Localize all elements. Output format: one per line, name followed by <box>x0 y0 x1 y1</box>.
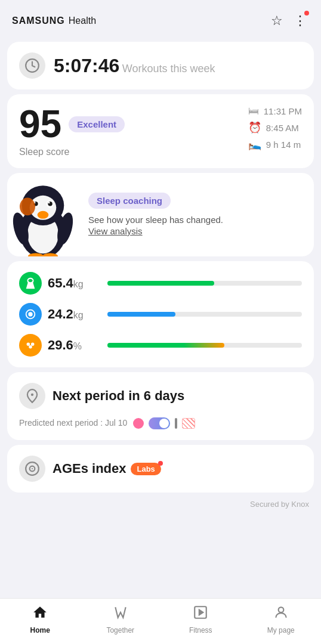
workout-icon <box>19 52 45 79</box>
period-title: Next period in 6 days <box>53 388 184 404</box>
workout-info: 5:07:46 Workouts this week <box>54 55 215 77</box>
weight-metric-row: 65.4kg <box>19 272 302 295</box>
brand-health: Health <box>69 16 96 26</box>
ages-title-text: AGEs index <box>53 461 126 476</box>
svg-point-19 <box>27 342 30 346</box>
nav-fitness[interactable]: Fitness <box>160 605 241 634</box>
nav-mypage-label: My page <box>267 626 295 634</box>
menu-button[interactable]: ⋮ <box>291 11 309 31</box>
waketime-value: 8:45 AM <box>266 123 299 133</box>
weight-bar-fill <box>107 281 214 286</box>
muscle-bar-bg <box>107 312 302 317</box>
sleep-duration-row: 🛌 9 h 14 m <box>248 138 301 151</box>
brand-samsung: SAMSUNG <box>12 16 65 26</box>
menu-icon: ⋮ <box>294 13 307 29</box>
workout-label: Workouts this week <box>122 63 215 75</box>
svg-marker-27 <box>199 610 203 615</box>
svg-point-18 <box>28 312 32 316</box>
period-toggle <box>149 417 170 429</box>
nav-mypage[interactable]: My page <box>241 605 322 634</box>
nav-together-label: Together <box>106 626 134 634</box>
svg-point-12 <box>20 198 35 216</box>
coaching-content: Sleep coaching See how your sleep has ch… <box>79 182 314 247</box>
period-sub: Predicted next period : Jul 10 <box>19 416 302 429</box>
period-icon <box>19 383 45 409</box>
sleep-score-row: 95 Excellent <box>19 105 125 143</box>
muscle-metric-row: 24.2kg <box>19 303 302 326</box>
body-metrics-card[interactable]: 65.4kg 24.2kg <box>7 261 314 367</box>
muscle-value: 24.2kg <box>48 306 101 322</box>
nav-home-label: Home <box>30 626 50 634</box>
svg-point-20 <box>31 342 34 346</box>
view-analysis-link[interactable]: View analysis <box>88 226 143 236</box>
app-logo: SAMSUNG Health <box>12 16 96 26</box>
favorite-button[interactable]: ☆ <box>268 11 285 31</box>
ages-card[interactable]: AGEs index Labs <box>7 445 314 493</box>
weight-bar-bg <box>107 281 302 286</box>
svg-point-21 <box>29 345 32 349</box>
bedtime-icon: 🛏 <box>248 105 259 117</box>
star-icon: ☆ <box>271 13 283 29</box>
sleep-coaching-card[interactable]: Sleep coaching See how your sleep has ch… <box>7 173 314 256</box>
period-dot-pink <box>133 418 144 429</box>
period-legend <box>133 417 195 429</box>
svg-point-22 <box>31 394 33 396</box>
sleep-bedtime-row: 🛏 11:31 PM <box>248 105 302 117</box>
ages-icon <box>19 456 45 482</box>
sleep-waketime-row: ⏰ 8:45 AM <box>248 121 299 134</box>
sleep-top: 95 Excellent Sleep score 🛏 11:31 PM ⏰ 8:… <box>19 105 302 157</box>
weight-bar <box>107 280 302 287</box>
bodyfat-bar-fill <box>107 343 224 348</box>
sleep-score-label: Sleep score <box>19 147 125 157</box>
nav-together[interactable]: Together <box>81 605 161 634</box>
muscle-bar <box>107 311 302 318</box>
bodyfat-icon <box>19 334 42 357</box>
period-top: Next period in 6 days <box>19 383 302 409</box>
duration-icon: 🛌 <box>248 138 261 151</box>
knox-bar: Secured by Knox <box>0 497 321 512</box>
coaching-description: See how your sleep has changed. View ana… <box>88 213 304 237</box>
sleep-card[interactable]: 95 Excellent Sleep score 🛏 11:31 PM ⏰ 8:… <box>7 94 314 168</box>
sleep-badge: Excellent <box>69 116 125 132</box>
bodyfat-metric-row: 29.6% <box>19 334 302 357</box>
period-predicted-label: Predicted next period : Jul 10 <box>19 418 127 428</box>
weight-value: 65.4kg <box>48 275 101 291</box>
labs-dot <box>158 461 163 466</box>
together-icon <box>113 605 128 624</box>
nav-home[interactable]: Home <box>0 605 81 634</box>
svg-point-28 <box>278 607 283 612</box>
alarm-icon: ⏰ <box>248 121 261 134</box>
bodyfat-value: 29.6% <box>48 338 101 353</box>
period-line <box>175 418 177 429</box>
workout-card[interactable]: 5:07:46 Workouts this week <box>7 42 314 89</box>
bedtime-value: 11:31 PM <box>264 106 302 116</box>
fitness-icon <box>193 605 208 624</box>
svg-point-11 <box>48 202 50 204</box>
period-card[interactable]: Next period in 6 days Predicted next per… <box>7 372 314 440</box>
sleep-score-section: 95 Excellent Sleep score <box>19 105 125 157</box>
bodyfat-bar-bg <box>107 343 302 348</box>
mypage-icon <box>273 605 289 624</box>
scroll-area: 5:07:46 Workouts this week 95 Excellent … <box>0 42 321 560</box>
muscle-icon <box>19 303 42 326</box>
coaching-text: See how your sleep has changed. <box>88 215 223 225</box>
muscle-bar-fill <box>107 312 175 317</box>
period-stripe <box>182 418 195 429</box>
header: SAMSUNG Health ☆ ⋮ <box>0 0 321 37</box>
nav-fitness-label: Fitness <box>189 626 212 634</box>
notification-dot <box>304 11 309 16</box>
workout-time: 5:07:46 <box>54 55 119 76</box>
bottom-navigation: Home Together Fitness My page <box>0 598 321 644</box>
knox-label: Secured by Knox <box>250 500 309 509</box>
sleep-score: 95 <box>19 105 61 143</box>
svg-point-25 <box>32 468 33 469</box>
penguin-illustration <box>7 173 79 256</box>
ages-title-container: AGEs index Labs <box>53 461 161 476</box>
home-icon <box>32 605 48 624</box>
weight-icon <box>19 272 42 295</box>
sleep-times: 🛏 11:31 PM ⏰ 8:45 AM 🛌 9 h 14 m <box>248 105 302 151</box>
svg-point-5 <box>38 211 49 219</box>
bodyfat-bar <box>107 342 302 349</box>
duration-value: 9 h 14 m <box>266 140 301 150</box>
header-actions: ☆ ⋮ <box>268 11 309 31</box>
